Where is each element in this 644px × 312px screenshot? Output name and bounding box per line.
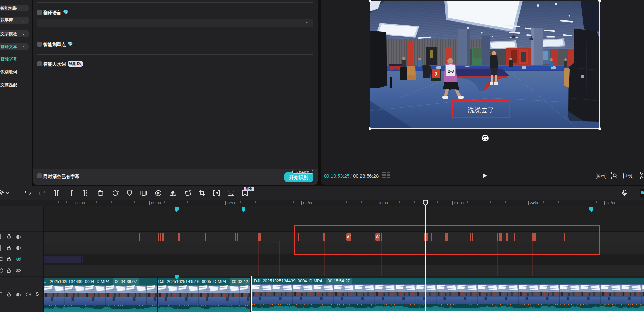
svg-text:洗澡去了: 洗澡去了 <box>467 106 494 114</box>
svg-text:2: 2 <box>434 71 437 78</box>
svg-text:2-3: 2-3 <box>448 69 454 74</box>
svg-text:AI: AI <box>116 190 119 193</box>
